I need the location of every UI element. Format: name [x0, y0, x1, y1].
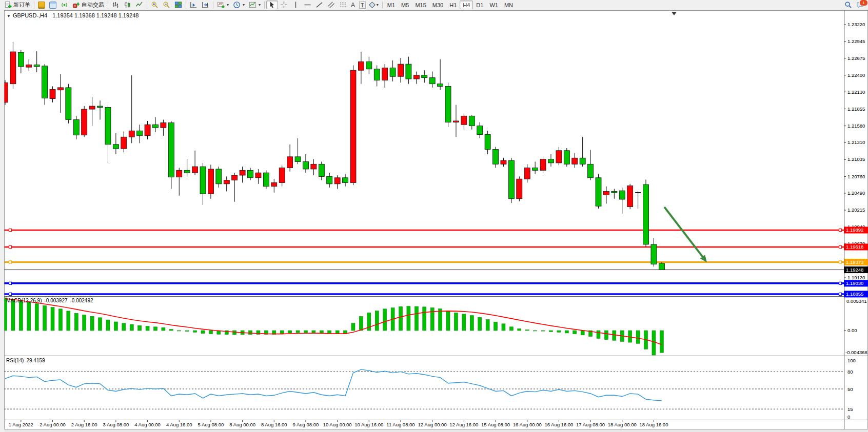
line-chart-mode-button[interactable] — [133, 1, 145, 9]
search-icon — [844, 1, 852, 9]
toolbar-separator — [382, 2, 383, 9]
line-chart-icon — [135, 1, 143, 9]
vertical-line-tool-button[interactable] — [290, 1, 302, 9]
arrows-tool-button[interactable]: ▾ — [368, 1, 381, 9]
trendline-icon — [315, 1, 323, 9]
svg-text:4 Aug 00:00: 4 Aug 00:00 — [134, 422, 161, 427]
toolbar-separator — [186, 2, 186, 9]
chart-shift-icon — [202, 1, 209, 9]
svg-text:15 Aug 08:00: 15 Aug 08:00 — [481, 422, 510, 427]
svg-text:1.22130: 1.22130 — [847, 89, 865, 95]
cursor-tool-button[interactable] — [266, 1, 278, 9]
svg-text:9 Aug 08:00: 9 Aug 08:00 — [293, 422, 319, 427]
chart-canvas[interactable]: 1.232201.229451.226751.224001.221301.218… — [0, 0, 868, 432]
svg-text:1.21580: 1.21580 — [847, 123, 865, 129]
signals-icon — [61, 1, 68, 9]
market-watch-icon — [38, 2, 45, 9]
timeframe-m15[interactable]: M15 — [412, 1, 429, 9]
timeframe-d1[interactable]: D1 — [473, 1, 486, 9]
svg-text:18 Aug 00:00: 18 Aug 00:00 — [608, 422, 637, 427]
market-watch-button[interactable] — [36, 1, 47, 9]
bar-chart-mode-button[interactable] — [110, 1, 122, 9]
svg-text:0.005341: 0.005341 — [846, 298, 867, 304]
svg-text:8 Aug 16:00: 8 Aug 16:00 — [261, 422, 287, 427]
svg-text:1.19892: 1.19892 — [846, 227, 863, 233]
svg-text:12 Aug 00:00: 12 Aug 00:00 — [418, 422, 447, 427]
auto-trading-icon — [72, 1, 80, 9]
svg-text:1 Aug 2022: 1 Aug 2022 — [9, 422, 33, 427]
fibonacci-tool-button[interactable] — [337, 1, 349, 9]
svg-text:1.18855: 1.18855 — [846, 291, 863, 297]
zoom-in-icon — [151, 1, 159, 9]
svg-text:12 Aug 16:00: 12 Aug 16:00 — [449, 422, 478, 427]
svg-text:17 Aug 08:00: 17 Aug 08:00 — [576, 422, 605, 427]
svg-text:5 Aug 08:00: 5 Aug 08:00 — [198, 422, 224, 427]
search-button[interactable] — [842, 1, 854, 9]
svg-text:16 Aug 16:00: 16 Aug 16:00 — [544, 422, 573, 427]
svg-text:0: 0 — [847, 414, 850, 420]
timeframe-mn[interactable]: MN — [501, 1, 516, 9]
new-order-label: 新订单 — [13, 1, 30, 9]
periods-button[interactable]: ▾ — [231, 1, 247, 9]
label-tool-icon: T — [359, 2, 366, 9]
horizontal-line-icon — [304, 1, 311, 9]
navigator-button[interactable] — [47, 1, 58, 9]
tile-windows-button[interactable] — [172, 1, 184, 9]
label-tool-button[interactable]: T — [357, 1, 368, 9]
svg-text:80: 80 — [847, 369, 853, 375]
periods-caret-icon: ▾ — [243, 3, 245, 7]
svg-text:1.19030: 1.19030 — [846, 280, 863, 286]
zoom-in-button[interactable] — [149, 1, 161, 9]
bar-chart-icon — [112, 1, 120, 9]
zoom-out-button[interactable] — [161, 1, 172, 9]
svg-text:2 Aug 16:00: 2 Aug 16:00 — [71, 422, 97, 427]
text-tool-button[interactable]: A — [349, 1, 357, 9]
svg-text:3 Aug 08:00: 3 Aug 08:00 — [103, 422, 129, 427]
timeframe-h4[interactable]: H4 — [460, 1, 473, 9]
cursor-icon — [268, 1, 276, 9]
auto-scroll-icon — [190, 1, 198, 9]
svg-text:1.19120: 1.19120 — [847, 275, 865, 280]
svg-text:1.23220: 1.23220 — [847, 22, 865, 27]
svg-text:1.19618: 1.19618 — [846, 244, 863, 250]
svg-text:18 Aug 16:00: 18 Aug 16:00 — [639, 422, 668, 427]
svg-text:1.22675: 1.22675 — [847, 55, 865, 61]
main-toolbar: 新订单 自动交易 — [0, 0, 868, 10]
auto-scroll-button[interactable] — [188, 1, 200, 9]
timeframe-h1[interactable]: H1 — [446, 1, 460, 9]
svg-text:10 Aug 00:00: 10 Aug 00:00 — [323, 422, 352, 427]
auto-trading-button[interactable]: 自动交易 — [70, 1, 106, 9]
svg-text:1.20760: 1.20760 — [847, 174, 865, 179]
indicators-button[interactable]: ▾ — [215, 1, 231, 9]
new-order-icon — [4, 1, 12, 9]
signals-button[interactable] — [58, 1, 70, 9]
templates-button[interactable]: ▾ — [247, 1, 263, 9]
periods-clock-icon — [233, 1, 241, 9]
trendline-tool-button[interactable] — [313, 1, 325, 9]
zoom-out-icon — [163, 1, 170, 9]
new-order-button[interactable]: 新订单 — [2, 1, 32, 9]
chat-button[interactable]: 1 — [854, 1, 866, 9]
svg-text:1.19373: 1.19373 — [846, 259, 863, 265]
svg-text:1.22945: 1.22945 — [847, 38, 865, 44]
chart-shift-button[interactable] — [200, 1, 211, 9]
timeframe-m30[interactable]: M30 — [429, 1, 446, 9]
svg-text:50: 50 — [847, 386, 853, 392]
svg-text:15: 15 — [847, 406, 853, 412]
candlestick-mode-button[interactable] — [122, 1, 133, 9]
timeframe-m5[interactable]: M5 — [398, 1, 412, 9]
timeframe-m1[interactable]: M1 — [384, 1, 398, 9]
crosshair-tool-button[interactable] — [278, 1, 290, 9]
shapes-caret-icon: ▾ — [377, 3, 379, 7]
toolbar-separator — [34, 2, 34, 9]
svg-text:1.21855: 1.21855 — [847, 106, 865, 112]
timeframe-w1[interactable]: W1 — [486, 1, 501, 9]
channel-tool-button[interactable] — [325, 1, 337, 9]
svg-text:16 Aug 00:00: 16 Aug 00:00 — [513, 422, 542, 427]
horizontal-line-tool-button[interactable] — [302, 1, 313, 9]
svg-text:10 Aug 16:00: 10 Aug 16:00 — [354, 422, 383, 427]
toolbar-separator — [147, 2, 147, 9]
toolbar-separator — [108, 2, 108, 9]
indicators-caret-icon: ▾ — [227, 3, 229, 7]
svg-text:8 Aug 00:00: 8 Aug 00:00 — [229, 422, 255, 427]
